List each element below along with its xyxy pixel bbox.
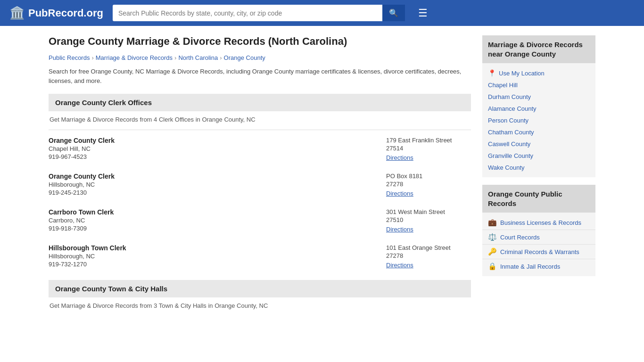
clerk-entry-4-right: 101 East Orange Street 27278 Directions	[377, 244, 471, 269]
sidebar-use-location[interactable]: 📍 Use My Location	[482, 67, 595, 79]
sidebar-nearby-wake-county[interactable]: Wake County	[482, 162, 595, 173]
clerk-4-city: Hillsborough, NC	[49, 253, 377, 260]
breadcrumb-north-carolina[interactable]: North Carolina	[178, 54, 218, 61]
clerk-entry-3: Carrboro Town Clerk Carrboro, NC 919-918…	[49, 208, 471, 235]
sidebar-business-licenses[interactable]: 💼 Business Licenses & Records	[482, 215, 595, 230]
sidebar-nearby-list: 📍 Use My Location Chapel Hill Durham Cou…	[482, 63, 595, 177]
clerk-offices-sub: Get Marriage & Divorce Records from 4 Cl…	[49, 116, 471, 123]
sidebar-nearby-durham-county[interactable]: Durham County	[482, 91, 595, 103]
search-form: 🔍	[113, 5, 405, 21]
clerk-entry-3-left: Carrboro Town Clerk Carrboro, NC 919-918…	[49, 208, 377, 233]
business-licenses-link[interactable]: Business Licenses & Records	[500, 219, 581, 226]
clerk-3-phone: 919-918-7309	[49, 225, 377, 232]
clerk-2-phone: 919-245-2130	[49, 189, 377, 196]
clerk-entry-1-right: 179 East Franklin Street 27514 Direction…	[377, 137, 471, 161]
briefcase-icon: 💼	[488, 218, 496, 227]
breadcrumb-orange-county[interactable]: Orange County	[224, 54, 265, 61]
inmate-records-link[interactable]: Inmate & Jail Records	[500, 263, 560, 270]
court-records-link[interactable]: Court Records	[500, 234, 540, 241]
clerk-4-directions[interactable]: Directions	[386, 262, 413, 269]
clerk-3-address: 301 West Main Street	[386, 208, 471, 215]
sidebar-criminal-records[interactable]: 🔑 Criminal Records & Warrants	[482, 245, 595, 259]
clerk-entry-2: Orange County Clerk Hillsborough, NC 919…	[49, 173, 471, 199]
sidebar-public-records-box: Orange County Public Records 💼 Business …	[482, 185, 595, 276]
sidebar-nearby-chapel-hill[interactable]: Chapel Hill	[482, 79, 595, 91]
clerk-entry-4-left: Hillsborough Town Clerk Hillsborough, NC…	[49, 244, 377, 269]
clerk-4-address: 101 East Orange Street	[386, 244, 471, 251]
page-description: Search for free Orange County, NC Marria…	[49, 67, 471, 85]
criminal-records-link[interactable]: Criminal Records & Warrants	[500, 248, 579, 255]
divider-1	[49, 130, 471, 130]
sidebar-records-list: 💼 Business Licenses & Records ⚖️ Court R…	[482, 213, 595, 276]
clerk-entry-1: Orange County Clerk Chapel Hill, NC 919-…	[49, 137, 471, 163]
breadcrumb-sep-2: ›	[174, 54, 176, 61]
scales-icon: ⚖️	[488, 233, 496, 241]
sidebar-nearby-person-county[interactable]: Person County	[482, 115, 595, 126]
clerk-1-zip: 27514	[386, 145, 471, 152]
site-logo[interactable]: 🏛️ PubRecord.org	[9, 6, 103, 20]
key-icon: 🔑	[488, 247, 496, 256]
clerk-entry-2-right: PO Box 8181 27278 Directions	[377, 173, 471, 197]
clerk-3-zip: 27510	[386, 216, 471, 223]
clerk-2-address: PO Box 8181	[386, 173, 471, 180]
clerk-1-city: Chapel Hill, NC	[49, 145, 377, 152]
clerk-offices-header: Orange County Clerk Offices	[49, 94, 471, 111]
menu-button[interactable]: ☰	[418, 7, 428, 19]
breadcrumb-sep-1: ›	[91, 54, 93, 61]
sidebar-nearby-box: Marriage & Divorce Records near Orange C…	[482, 35, 595, 177]
clerk-3-city: Carrboro, NC	[49, 217, 377, 224]
use-my-location-link[interactable]: Use My Location	[499, 70, 545, 77]
sidebar-court-records[interactable]: ⚖️ Court Records	[482, 230, 595, 245]
clerk-2-name: Orange County Clerk	[49, 173, 377, 180]
clerk-entry-2-left: Orange County Clerk Hillsborough, NC 919…	[49, 173, 377, 197]
town-halls-sub: Get Marriage & Divorce Records from 3 To…	[49, 302, 471, 309]
breadcrumb-public-records[interactable]: Public Records	[49, 54, 90, 61]
clerk-2-directions[interactable]: Directions	[386, 190, 413, 197]
clerk-3-directions[interactable]: Directions	[386, 226, 413, 233]
sidebar-nearby-caswell-county[interactable]: Caswell County	[482, 138, 595, 150]
sidebar-nearby-header: Marriage & Divorce Records near Orange C…	[482, 35, 595, 63]
sidebar-public-records-header: Orange County Public Records	[482, 185, 595, 213]
search-button[interactable]: 🔍	[382, 5, 405, 21]
sidebar-inmate-records[interactable]: 🔒 Inmate & Jail Records	[482, 259, 595, 273]
clerk-1-directions[interactable]: Directions	[386, 154, 413, 161]
clerk-3-name: Carrboro Town Clerk	[49, 208, 377, 216]
sidebar: Marriage & Divorce Records near Orange C…	[482, 35, 595, 316]
breadcrumb-sep-3: ›	[220, 54, 222, 61]
clerk-4-phone: 919-732-1270	[49, 261, 377, 268]
sidebar-nearby-granville-county[interactable]: Granville County	[482, 150, 595, 162]
breadcrumb-marriage-divorce[interactable]: Marriage & Divorce Records	[96, 54, 173, 61]
sidebar-nearby-chatham-county[interactable]: Chatham County	[482, 126, 595, 138]
town-halls-header: Orange County Town & City Halls	[49, 280, 471, 297]
clerk-entry-3-right: 301 West Main Street 27510 Directions	[377, 208, 471, 233]
logo-icon: 🏛️	[9, 6, 25, 20]
clerk-2-zip: 27278	[386, 181, 471, 188]
sidebar-nearby-alamance-county[interactable]: Alamance County	[482, 103, 595, 115]
page-container: Orange County Marriage & Divorce Records…	[39, 26, 605, 325]
main-content: Orange County Marriage & Divorce Records…	[49, 35, 471, 316]
site-header: 🏛️ PubRecord.org 🔍 ☰	[0, 0, 644, 26]
clerk-4-name: Hillsborough Town Clerk	[49, 244, 377, 252]
clerk-1-address: 179 East Franklin Street	[386, 137, 471, 144]
page-title: Orange County Marriage & Divorce Records…	[49, 35, 471, 48]
clerk-1-name: Orange County Clerk	[49, 137, 377, 144]
breadcrumb: Public Records › Marriage & Divorce Reco…	[49, 54, 471, 61]
clerk-entry-1-left: Orange County Clerk Chapel Hill, NC 919-…	[49, 137, 377, 161]
clerk-entry-4: Hillsborough Town Clerk Hillsborough, NC…	[49, 244, 471, 271]
clerk-1-phone: 919-967-4523	[49, 153, 377, 160]
clerk-4-zip: 27278	[386, 252, 471, 259]
location-icon: 📍	[488, 69, 496, 77]
clerk-2-city: Hillsborough, NC	[49, 181, 377, 188]
logo-text: PubRecord.org	[28, 7, 103, 19]
lock-icon: 🔒	[488, 262, 496, 271]
search-input[interactable]	[113, 5, 382, 21]
